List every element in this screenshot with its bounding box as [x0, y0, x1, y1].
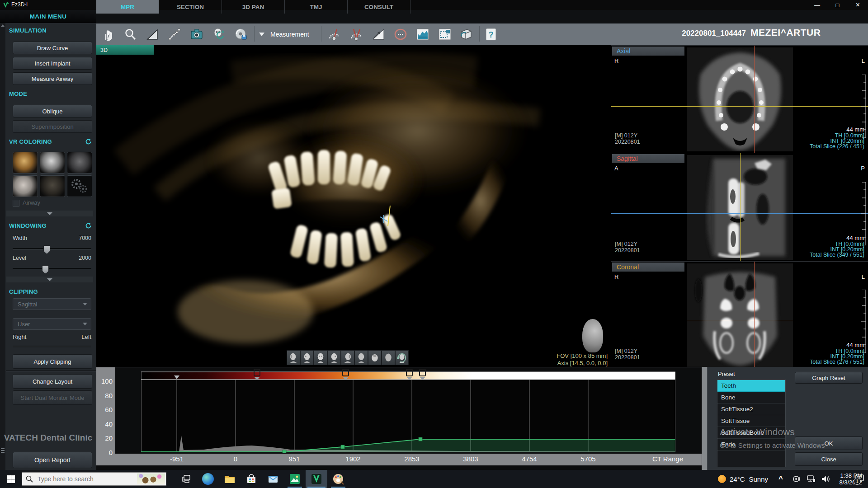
vr-preset-teeth-thumbnail[interactable] [13, 152, 38, 174]
task-view-button[interactable] [175, 470, 197, 488]
preset-item-softtissuebone[interactable]: SoftTissueBone [717, 427, 785, 439]
orientation-bottom-icon[interactable] [382, 350, 395, 365]
angle-measure-icon[interactable] [326, 26, 342, 42]
preset-item-softtissue[interactable]: SoftTissue [717, 415, 785, 427]
close-button[interactable]: × [848, 0, 868, 10]
vr-collapse-button[interactable] [6, 211, 93, 216]
taskbar-edge-button[interactable] [197, 470, 219, 488]
sidebar-scroll-up-icon[interactable] [1, 24, 5, 27]
tray-meet-now-icon[interactable] [792, 470, 800, 488]
preset-item-endo[interactable]: Endo [717, 439, 785, 450]
vr-preset-bone-thumbnail[interactable] [40, 152, 65, 174]
notification-icon[interactable]: 1 [854, 474, 864, 485]
vr-preset-softtissue-thumbnail[interactable] [13, 175, 38, 197]
profile-measure-icon[interactable] [370, 26, 387, 42]
preset-item-teeth[interactable]: Teeth [717, 380, 785, 392]
tray-overflow-chevron[interactable]: ^ [778, 470, 783, 488]
angle-3point-measure-icon[interactable] [348, 26, 364, 42]
orientation-right-lateral-icon[interactable] [341, 350, 354, 365]
circle-measure-icon[interactable] [392, 26, 409, 42]
windowing-tool-icon[interactable] [144, 26, 160, 42]
vr-preset-mip-thumbnail[interactable] [67, 152, 92, 174]
start-button[interactable] [0, 470, 22, 488]
tab-mpr[interactable]: MPR [96, 0, 159, 14]
tab-section[interactable]: SECTION [159, 0, 222, 14]
airway-checkbox[interactable] [13, 200, 19, 206]
orientation-back-icon[interactable] [354, 350, 368, 365]
taskbar-mail-button[interactable] [262, 470, 284, 488]
open-report-button[interactable]: Open Report [13, 452, 92, 468]
sagittal-viewport[interactable]: Sagittal A P 44 mm TH [0.0mm] INT [0.20m… [611, 153, 868, 262]
zoom-tool-icon[interactable] [122, 26, 138, 42]
maximize-button[interactable]: □ [827, 0, 848, 10]
clipping-slider-track[interactable] [13, 346, 91, 347]
dual-monitor-button[interactable]: Start Dual Monitor Mode [13, 390, 92, 405]
export-cd-icon[interactable] [233, 26, 249, 42]
minimize-button[interactable]: — [807, 0, 827, 10]
windowing-collapse-button[interactable] [6, 277, 93, 282]
taskbar-store-button[interactable] [241, 470, 262, 488]
weather-tray-item[interactable]: 24°C Sunny [718, 470, 768, 488]
oblique-button[interactable]: Oblique [13, 105, 92, 117]
search-highlights-image[interactable] [137, 474, 165, 484]
orientation-head-indicator[interactable] [582, 319, 603, 352]
change-layout-button[interactable]: Change Layout [13, 374, 92, 389]
pan-tool-icon[interactable] [100, 26, 116, 42]
orientation-top-icon[interactable] [368, 350, 382, 365]
sidebar-rail[interactable] [0, 10, 5, 470]
width-slider-track[interactable] [13, 248, 91, 249]
clipping-plane-dropdown[interactable]: Sagittal [13, 298, 91, 310]
help-icon[interactable]: ? [483, 26, 499, 42]
coronal-viewport[interactable]: Coronal R L 44 mm TH [0.0mm] INT [0.20mm… [611, 261, 868, 369]
coronal-crosshair-vertical[interactable] [754, 262, 755, 369]
measure-airway-button[interactable]: Measure Airway [13, 72, 92, 85]
sagittal-crosshair-vertical[interactable] [740, 153, 741, 262]
orientation-rotate-icon[interactable] [395, 350, 409, 365]
tab-tmj[interactable]: TMJ [285, 0, 348, 14]
preset-item-softtissue2[interactable]: SoftTissue2 [717, 404, 785, 415]
volume-cube-icon[interactable] [458, 26, 474, 42]
sidebar-rail-handle-icon[interactable] [1, 448, 5, 449]
vr-reset-icon[interactable] [85, 138, 92, 145]
histogram-tool-icon[interactable] [415, 26, 431, 42]
taskbar-explorer-button[interactable] [219, 470, 241, 488]
axial-crosshair-horizontal[interactable] [611, 106, 868, 107]
superimposition-button[interactable]: Superimposition [13, 120, 92, 133]
reset-view-icon[interactable] [211, 26, 227, 42]
axial-viewport[interactable]: Axial R L 44 mm TH [0.0mm] INT [0.20mm] … [611, 45, 868, 153]
measurement-dropdown[interactable]: Measurement [270, 31, 309, 38]
draw-curve-button[interactable]: Draw Curve [13, 42, 92, 54]
axial-crosshair-vertical[interactable] [754, 46, 755, 153]
insert-implant-button[interactable]: Insert Implant [13, 57, 92, 70]
coronal-crosshair-horizontal[interactable] [611, 321, 868, 321]
roi-tool-icon[interactable] [437, 26, 453, 42]
curve-point-794[interactable] [283, 450, 286, 453]
sagittal-crosshair-horizontal[interactable] [611, 213, 868, 214]
capture-tool-icon[interactable] [189, 26, 205, 42]
orientation-right-oblique-icon[interactable] [327, 350, 341, 365]
orientation-left-lateral-icon[interactable] [287, 350, 300, 365]
ok-button[interactable]: OK [795, 436, 863, 450]
vr-preset-custom-thumbnail[interactable] [67, 175, 92, 197]
tab-3d-pan[interactable]: 3D PAN [222, 0, 285, 14]
curve-point-2993[interactable] [419, 437, 422, 441]
clipping-mode-dropdown[interactable]: User [13, 318, 91, 330]
taskbar-paint-button[interactable] [327, 470, 349, 488]
curve-tool-icon[interactable] [166, 26, 183, 42]
level-slider-track[interactable] [13, 268, 91, 269]
opacity-transfer-graph[interactable] [141, 369, 675, 453]
taskbar-ez3d-button[interactable] [306, 470, 327, 488]
close-button[interactable]: Close [795, 452, 863, 466]
main-menu-header[interactable]: MAIN MENU [0, 10, 96, 23]
preset-item-bone[interactable]: Bone [717, 392, 785, 404]
graph-reset-button[interactable]: Graph Reset [795, 372, 863, 384]
orientation-left-oblique-icon[interactable] [300, 350, 314, 365]
tab-consult[interactable]: CONSULT [348, 0, 410, 14]
3d-viewport[interactable] [96, 45, 611, 367]
windowing-reset-icon[interactable] [85, 222, 92, 229]
taskbar-search[interactable] [22, 472, 166, 486]
apply-clipping-button[interactable]: Apply Clipping [13, 354, 92, 369]
measurement-dropdown-caret-icon[interactable] [257, 26, 267, 42]
search-input[interactable] [37, 475, 120, 483]
taskbar-photos-button[interactable] [284, 470, 306, 488]
